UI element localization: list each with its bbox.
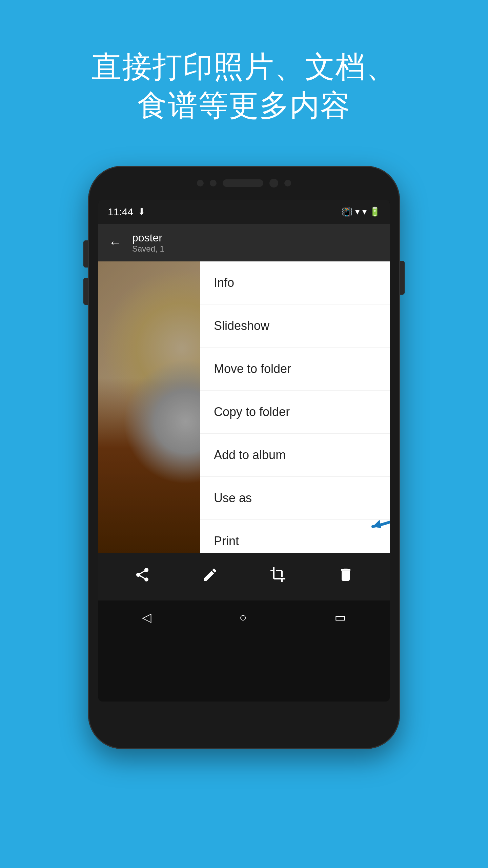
- signal-icon: ▾: [362, 206, 367, 217]
- status-right-icons: 📳 ▾ ▾ 🔋: [342, 206, 380, 217]
- back-nav-icon[interactable]: ◁: [142, 610, 151, 625]
- page-title: 直接打印照片、文档、 食谱等更多内容: [92, 47, 396, 125]
- menu-item-move-to-folder[interactable]: Move to folder: [200, 348, 390, 391]
- power-button: [400, 261, 405, 295]
- menu-item-use-as[interactable]: Use as: [200, 477, 390, 520]
- battery-icon: 🔋: [369, 206, 380, 217]
- menu-item-slideshow[interactable]: Slideshow: [200, 304, 390, 348]
- edit-icon[interactable]: [202, 567, 218, 587]
- phone-mockup: 11:44 ⬇ 📳 ▾ ▾ 🔋 ← poster Saved, 1: [88, 166, 400, 749]
- app-bar: ← poster Saved, 1: [98, 224, 390, 261]
- dot-right: [284, 180, 291, 186]
- app-subtitle-text: Saved, 1: [132, 244, 164, 254]
- menu-item-copy-to-folder[interactable]: Copy to folder: [200, 391, 390, 434]
- nav-bar: ◁ ○ ▭: [98, 600, 390, 634]
- volume-down-button: [83, 278, 88, 305]
- share-icon[interactable]: [134, 567, 150, 587]
- phone-speaker: [223, 179, 263, 187]
- dot-mid: [210, 180, 217, 186]
- volume-up-button: [83, 240, 88, 268]
- dot-left: [197, 180, 204, 186]
- delete-icon[interactable]: [338, 567, 354, 587]
- photo-area: Info Slideshow Move to folder Copy to fo…: [98, 261, 390, 553]
- phone-top-bar: [197, 179, 291, 188]
- app-bar-title: poster Saved, 1: [132, 232, 164, 254]
- home-nav-icon[interactable]: ○: [239, 610, 247, 625]
- back-button[interactable]: ←: [105, 232, 125, 254]
- download-icon: ⬇: [138, 206, 145, 217]
- phone-camera: [269, 179, 278, 188]
- menu-item-info[interactable]: Info: [200, 261, 390, 304]
- crop-icon[interactable]: [270, 567, 286, 587]
- status-time: 11:44: [108, 206, 133, 218]
- wifi-icon: ▾: [355, 206, 360, 217]
- bottom-toolbar: [98, 553, 390, 600]
- context-menu: Info Slideshow Move to folder Copy to fo…: [200, 261, 390, 553]
- app-title-text: poster: [132, 232, 164, 244]
- print-arrow-annotation: [369, 482, 390, 544]
- status-bar: 11:44 ⬇ 📳 ▾ ▾ 🔋: [98, 200, 390, 224]
- menu-item-print[interactable]: Print: [200, 520, 390, 553]
- menu-item-add-to-album[interactable]: Add to album: [200, 434, 390, 477]
- vibrate-icon: 📳: [342, 206, 352, 217]
- recents-nav-icon[interactable]: ▭: [334, 610, 346, 625]
- phone-screen: 11:44 ⬇ 📳 ▾ ▾ 🔋 ← poster Saved, 1: [98, 200, 390, 702]
